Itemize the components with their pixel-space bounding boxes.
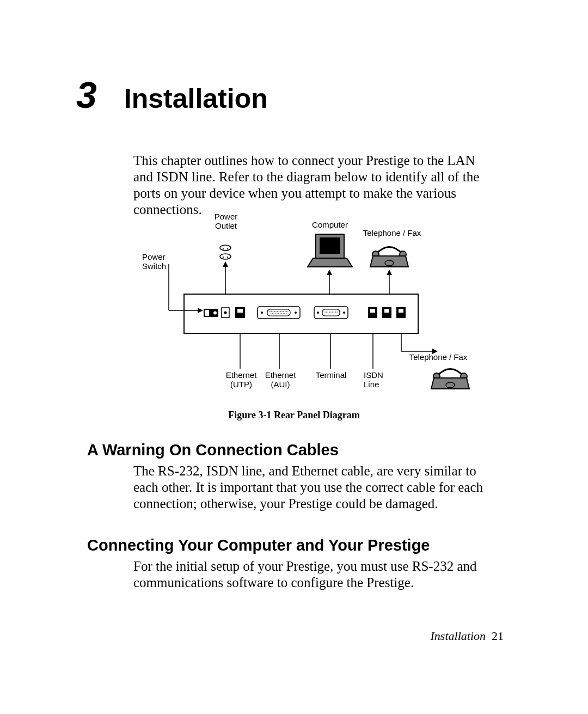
- svg-rect-34: [314, 307, 348, 319]
- warning-body: The RS-232, ISDN line, and Ethernet cabl…: [133, 463, 487, 512]
- telephone-fax-top-label: Telephone / Fax: [359, 229, 425, 238]
- svg-marker-13: [308, 258, 352, 267]
- ethernet-aui-port-icon: [258, 307, 300, 319]
- computer-label: Computer: [310, 221, 350, 230]
- chapter-title: Installation: [124, 83, 268, 114]
- svg-point-35: [317, 312, 319, 314]
- terminal-label: Terminal: [314, 371, 348, 380]
- svg-rect-12: [320, 237, 340, 254]
- isdn-line-label: ISDNLine: [364, 371, 385, 389]
- page: 3 Installation This chapter outlines how…: [0, 0, 588, 714]
- rear-panel-diagram: PowerOutlet PowerSwitch Computer Telepho…: [139, 210, 471, 398]
- svg-marker-20: [387, 270, 392, 275]
- chapter-heading: 3 Installation: [76, 74, 268, 116]
- svg-point-0: [220, 245, 231, 251]
- svg-point-23: [213, 312, 217, 315]
- svg-point-3: [220, 254, 231, 259]
- power-outlet-icon: [220, 245, 231, 259]
- connecting-heading: Connecting Your Computer and Your Presti…: [87, 536, 430, 554]
- telephone-top-icon: [370, 247, 408, 267]
- svg-rect-22: [205, 310, 209, 316]
- ethernet-utp-label: Ethernet(UTP): [225, 371, 258, 389]
- power-outlet-label: PowerOutlet: [212, 212, 240, 230]
- svg-rect-44: [399, 309, 403, 313]
- telephone-right-icon: [431, 369, 469, 389]
- intro-paragraph: This chapter outlines how to connect you…: [133, 152, 487, 218]
- svg-rect-27: [237, 309, 243, 313]
- telephone-top-cable-arrow: [387, 270, 392, 294]
- svg-point-36: [343, 312, 345, 314]
- svg-point-29: [261, 312, 263, 314]
- terminal-port-icon: [314, 307, 348, 319]
- svg-marker-10: [198, 308, 203, 313]
- svg-point-25: [224, 312, 227, 314]
- power-switch-pointer: [169, 264, 203, 313]
- connecting-body: For the initial setup of your Prestige, …: [133, 558, 487, 591]
- phone-port-1-icon: [382, 307, 391, 318]
- computer-icon: [308, 234, 352, 267]
- computer-cable-arrow: [327, 270, 332, 294]
- footer: Installation 21: [431, 629, 504, 643]
- svg-rect-40: [370, 309, 375, 313]
- svg-rect-28: [258, 307, 300, 319]
- telephone-right-pointer: [401, 334, 438, 354]
- power-switch-icon: [204, 309, 218, 317]
- power-cable-arrow: [223, 261, 228, 294]
- isdn-port-icon: [368, 307, 377, 318]
- telephone-fax-right-label: Telephone / Fax: [406, 353, 471, 362]
- svg-marker-7: [223, 261, 228, 267]
- ethernet-utp-port-icon: [235, 307, 245, 318]
- power-jack-icon: [222, 308, 229, 318]
- ethernet-aui-label: Ethernet(AUI): [264, 371, 297, 389]
- svg-marker-15: [327, 270, 332, 275]
- phone-port-2-icon: [396, 307, 406, 318]
- svg-point-30: [295, 312, 297, 314]
- chapter-number: 3: [76, 74, 97, 116]
- figure-caption: Figure 3-1 Rear Panel Diagram: [0, 410, 588, 421]
- svg-rect-42: [384, 309, 389, 313]
- warning-heading: A Warning On Connection Cables: [87, 441, 339, 459]
- footer-page-number: 21: [492, 629, 504, 643]
- footer-section: Installation: [431, 629, 486, 643]
- power-switch-label: PowerSwitch: [142, 253, 167, 271]
